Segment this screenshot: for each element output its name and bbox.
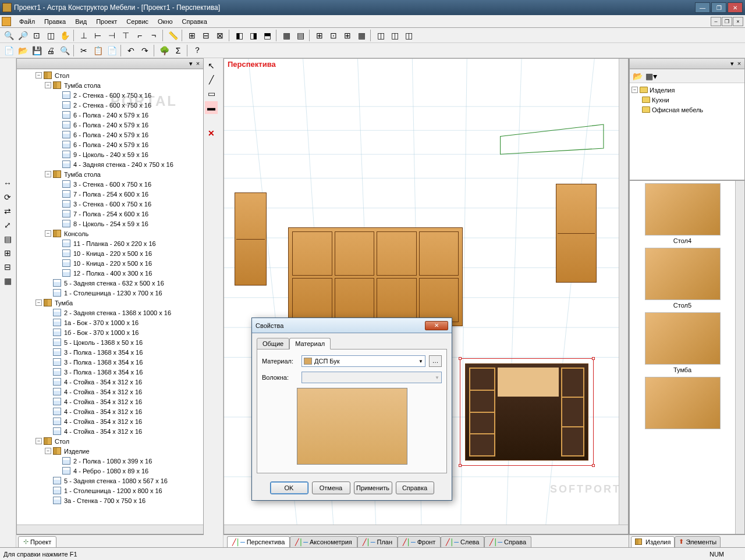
axis4-icon[interactable]: ⊤ (119, 29, 132, 42)
view-tab-4[interactable]: ╱│─Слева (441, 536, 484, 548)
tree-row[interactable]: 2 - Стенка - 600 x 750 x 16 (17, 90, 203, 100)
grid2-icon[interactable]: ⊡ (327, 29, 340, 42)
mdi-minimize[interactable]: – (711, 17, 721, 26)
tree-row[interactable]: −Тумба стола (17, 169, 203, 179)
menu-правка[interactable]: Правка (40, 17, 70, 26)
pointer-icon[interactable]: ↖ (205, 59, 218, 72)
lib-close-icon[interactable]: × (736, 60, 743, 67)
tree-row[interactable]: 5 - Задняя стенка - 632 x 500 x 16 (17, 278, 203, 288)
align1-icon[interactable]: ◧ (233, 29, 246, 42)
grid3-icon[interactable]: ⊞ (341, 29, 354, 42)
axis6-icon[interactable]: ¬ (147, 29, 160, 42)
tree-row[interactable]: 5 - Цоколь - 1368 x 50 x 16 (17, 337, 203, 347)
array2-icon[interactable]: ▤ (294, 29, 307, 42)
rotate-icon[interactable]: ⟳ (1, 191, 14, 204)
undo-icon[interactable]: ↶ (125, 44, 137, 57)
tab-project[interactable]: ⊹Проект (18, 536, 56, 548)
hand-icon[interactable]: ✋ (58, 29, 71, 42)
menu-сервис[interactable]: Сервис (122, 17, 153, 26)
tree-row[interactable]: 4 - Стойка - 354 x 312 x 16 (17, 416, 203, 426)
viewport-hscroll[interactable] (224, 525, 628, 534)
menu-окно[interactable]: Окно (153, 17, 178, 26)
tree-row[interactable]: 3 - Полка - 1368 x 354 x 16 (17, 347, 203, 357)
tree-row[interactable]: 1 - Столешница - 1230 x 700 x 16 (17, 288, 203, 298)
tree-row[interactable]: 3 - Полка - 1368 x 354 x 16 (17, 357, 203, 367)
grid4-icon[interactable]: ▦ (355, 29, 368, 42)
maximize-button[interactable]: ❐ (711, 2, 726, 13)
tree-row[interactable]: 3a - Стенка - 700 x 750 x 16 (17, 495, 203, 505)
tree-row[interactable]: 1 - Столешница - 1200 x 800 x 16 (17, 486, 203, 495)
fill-icon[interactable]: ▬ (205, 101, 218, 114)
sigma-icon[interactable]: Σ (172, 44, 185, 57)
close-button[interactable]: ✕ (728, 2, 743, 13)
view-tab-5[interactable]: ╱│─Справа (484, 536, 531, 548)
dialog-tab-general[interactable]: Общие (257, 338, 289, 349)
op3-icon[interactable]: ◫ (402, 29, 415, 42)
furniture-cabinet[interactable] (288, 227, 463, 326)
group-icon[interactable]: ⊞ (1, 247, 14, 259)
snap2-icon[interactable]: ⊟ (200, 29, 212, 42)
material-browse-button[interactable]: … (429, 355, 442, 367)
axis2-icon[interactable]: ⊢ (91, 29, 104, 42)
op2-icon[interactable]: ◫ (388, 29, 401, 42)
thumbnail-list[interactable]: Стол4Стол5Тумба (630, 181, 735, 534)
lib-open-icon[interactable]: 📂 (631, 70, 644, 83)
tree-row[interactable]: 7 - Полка - 254 x 600 x 16 (17, 209, 203, 219)
thumbnail-1[interactable]: Стол5 (633, 248, 732, 309)
mdi-restore[interactable]: ❐ (722, 17, 732, 26)
delete-icon[interactable]: ✕ (205, 127, 218, 140)
copy-icon[interactable]: 📋 (91, 44, 104, 57)
dialog-tab-material[interactable]: Материал (289, 338, 331, 349)
tree-row[interactable]: 6 - Полка - 240 x 579 x 16 (17, 140, 203, 149)
tree-row[interactable]: 4 - Стойка - 354 x 312 x 16 (17, 387, 203, 397)
tree-row[interactable]: 4 - Стойка - 354 x 312 x 16 (17, 397, 203, 406)
table-icon[interactable]: ▦ (1, 274, 14, 287)
tree-row[interactable]: −Консоль (17, 229, 203, 238)
tree-row[interactable]: −Изделие (17, 446, 203, 456)
tree-row[interactable]: 1б - Бок - 370 x 1000 x 16 (17, 327, 203, 337)
menu-файл[interactable]: Файл (15, 17, 40, 26)
furniture-shelf-right[interactable] (556, 184, 597, 283)
axis5-icon[interactable]: ⌐ (133, 29, 146, 42)
thumbnail-3[interactable] (633, 377, 732, 431)
tree-row[interactable]: 6 - Полка - 240 x 579 x 16 (17, 110, 203, 120)
thumbnail-0[interactable]: Стол4 (633, 183, 732, 244)
tree-row[interactable]: 2 - Полка - 1080 x 399 x 16 (17, 456, 203, 466)
rect-icon[interactable]: ▭ (205, 87, 218, 100)
view-tab-1[interactable]: ╱│─Аксонометрия (290, 536, 357, 548)
material-select[interactable]: ДСП Бук ▼ (301, 355, 425, 367)
scale-icon[interactable]: ⤢ (1, 219, 14, 231)
tree-row[interactable]: 4 - Стойка - 354 x 312 x 16 (17, 377, 203, 387)
snap3-icon[interactable]: ⊠ (214, 29, 226, 42)
tree-row[interactable]: 3 - Полка - 1368 x 354 x 16 (17, 367, 203, 377)
move-icon[interactable]: ↔ (1, 177, 14, 190)
dialog-titlebar[interactable]: Свойства ✕ (252, 318, 452, 333)
grid1-icon[interactable]: ⊞ (313, 29, 326, 42)
redo-icon[interactable]: ↷ (139, 44, 151, 57)
view-tab-3[interactable]: ╱│─Фронт (398, 536, 441, 548)
lib-pin-icon[interactable]: ▾ (729, 60, 736, 67)
array1-icon[interactable]: ▦ (280, 29, 293, 42)
measure-icon[interactable]: 📏 (166, 29, 179, 42)
tree-hscroll[interactable] (17, 525, 203, 534)
new-icon[interactable]: 📄 (2, 44, 15, 57)
tree-row[interactable]: −Стол (17, 70, 203, 80)
open-icon[interactable]: 📂 (16, 44, 29, 57)
help-button[interactable]: Справка (396, 481, 434, 494)
tree-row[interactable]: 4 - Ребро - 1080 x 89 x 16 (17, 466, 203, 476)
tree-row[interactable]: 9 - Цоколь - 240 x 59 x 16 (17, 149, 203, 159)
project-tree[interactable]: −Стол−Тумба стола2 - Стенка - 600 x 750 … (17, 69, 203, 525)
selection-box[interactable] (460, 358, 594, 466)
print-icon[interactable]: 🖨 (44, 44, 57, 57)
line-icon[interactable]: ╱ (205, 73, 218, 86)
menu-вид[interactable]: Вид (70, 17, 91, 26)
mdi-close[interactable]: × (733, 17, 743, 26)
tree-row[interactable]: 6 - Полка - 240 x 579 x 16 (17, 120, 203, 130)
tree-row[interactable]: 7 - Полка - 254 x 600 x 16 (17, 189, 203, 199)
ok-button[interactable]: OK (270, 481, 308, 494)
zoom-fit-icon[interactable]: ⊡ (30, 29, 43, 42)
furniture-shelf-left[interactable] (235, 192, 267, 286)
view-tab-0[interactable]: ╱│─Перспектива (227, 536, 290, 548)
view-tab-2[interactable]: ╱│─План (357, 536, 398, 548)
align3-icon[interactable]: ⬒ (261, 29, 274, 42)
